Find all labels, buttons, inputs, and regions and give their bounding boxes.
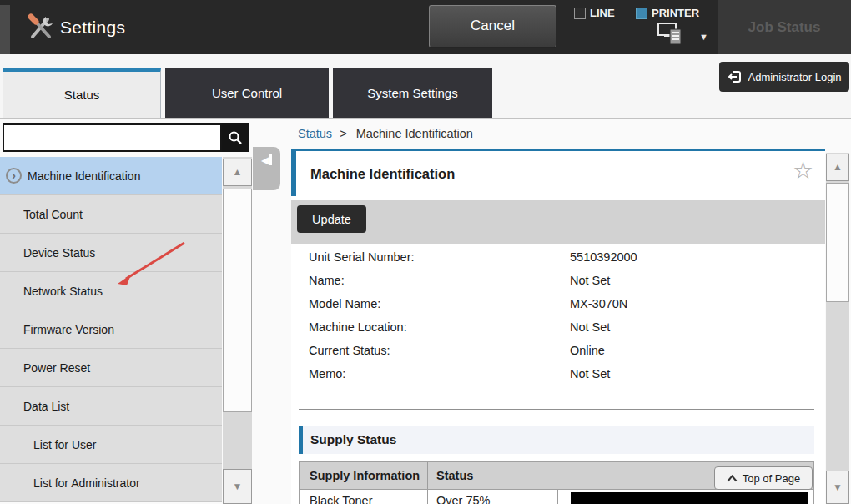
field-label: Memo:: [309, 362, 345, 386]
tab-status[interactable]: Status: [3, 68, 161, 118]
sidebar-item-label: List for User: [33, 438, 96, 451]
accent-bar: [299, 426, 303, 454]
job-status-button[interactable]: Job Status: [718, 0, 851, 54]
supply-name: Black Toner: [310, 494, 373, 504]
search-input[interactable]: [3, 123, 222, 152]
sidebar-item-total-count[interactable]: Total Count: [0, 195, 222, 234]
page-title: Machine Identification: [310, 151, 455, 196]
field-model-name: Model Name: MX-3070N: [291, 292, 825, 315]
field-value: Not Set: [570, 315, 610, 339]
sidebar-item-label: Device Status: [23, 246, 95, 260]
sidebar-item-label: Machine Identification: [28, 169, 140, 183]
printer-monitor-icon[interactable]: [656, 22, 686, 47]
field-value: Online: [570, 339, 605, 362]
tab-user-control[interactable]: User Control: [165, 68, 329, 118]
breadcrumb-parent-link[interactable]: Status: [298, 127, 332, 140]
update-button[interactable]: Update: [297, 205, 366, 233]
column-divider: [427, 490, 428, 504]
sidebar-item-device-status[interactable]: Device Status: [0, 234, 222, 272]
top-of-page-label: Top of Page: [743, 472, 800, 485]
administrator-login-label: Administrator Login: [748, 71, 842, 83]
sidebar-item-network-status[interactable]: Network Status: [0, 272, 222, 310]
field-unit-serial-number: Unit Serial Number: 5510392000: [291, 245, 825, 269]
field-current-status: Current Status: Online: [291, 339, 825, 362]
supply-status-value: Over 75%: [436, 494, 490, 504]
section-header: Machine Identification ☆: [291, 149, 825, 196]
login-icon: [728, 69, 743, 84]
sidebar-item-power-reset[interactable]: Power Reset: [0, 349, 222, 387]
sidebar-item-list-for-user[interactable]: List for User: [0, 426, 222, 464]
supply-table-row: Black Toner Over 75%: [299, 490, 814, 504]
chevron-circle-icon: ›: [6, 168, 22, 184]
topbar-edge-strip: [0, 5, 10, 54]
sidebar-item-list-for-administrator[interactable]: List for Administrator: [0, 464, 222, 502]
update-toolbar: Update: [291, 200, 825, 244]
sidebar-item-label: Firmware Version: [23, 323, 114, 336]
field-label: Model Name:: [309, 292, 380, 315]
collapse-arrow-icon: ◀: [261, 154, 269, 190]
search-button[interactable]: [222, 123, 249, 152]
field-machine-location: Machine Location: Not Set: [291, 315, 825, 339]
field-value: Not Set: [570, 362, 610, 386]
breadcrumb-current: Machine Identification: [356, 127, 473, 140]
sidebar-item-label: Data List: [23, 400, 69, 413]
field-label: Machine Location:: [309, 315, 407, 339]
sidebar-item-label: List for Administrator: [33, 476, 140, 490]
sidebar-item-data-list[interactable]: Data List: [0, 387, 222, 426]
section-divider: [299, 409, 814, 410]
top-of-page-button[interactable]: Top of Page: [714, 466, 813, 490]
sidebar-scroll-up-button[interactable]: ▲: [223, 159, 252, 186]
tab-bar: Status User Control System Settings Admi…: [0, 54, 851, 119]
column-divider: [427, 462, 428, 489]
sidebar-item-label: Network Status: [23, 285, 103, 298]
sidebar-item-label: Total Count: [23, 208, 83, 221]
field-name: Name: Not Set: [291, 269, 825, 292]
field-label: Unit Serial Number:: [309, 245, 415, 269]
printer-indicator: [636, 8, 647, 19]
favorite-star-icon[interactable]: ☆: [793, 157, 813, 184]
printer-dropdown-arrow-icon[interactable]: ▼: [699, 32, 708, 42]
field-value: MX-3070N: [570, 292, 627, 315]
tab-system-settings[interactable]: System Settings: [333, 68, 492, 118]
settings-screen: Settings Cancel LINE PRINTER ▼ Job Statu…: [0, 0, 851, 504]
collapse-bar-icon: [269, 154, 272, 165]
sidebar-item-machine-identification[interactable]: › Machine Identification: [0, 157, 222, 195]
search-icon: [227, 129, 244, 146]
sidebar-collapse-handle[interactable]: ◀: [253, 147, 280, 190]
supply-status-title: Supply Status: [310, 426, 396, 454]
field-value: 5510392000: [570, 245, 637, 269]
supply-status-header: Supply Status: [299, 426, 814, 454]
field-value: Not Set: [570, 269, 610, 292]
line-indicator-label: LINE: [590, 7, 615, 19]
column-header-status: Status: [436, 462, 473, 489]
sidebar-scroll-down-button[interactable]: ▼: [223, 469, 252, 504]
breadcrumb-separator: >: [340, 127, 346, 140]
main-panel: Machine Identification ☆ Update Unit Ser…: [291, 149, 825, 504]
field-memo: Memo: Not Set: [291, 362, 825, 386]
black-toner-level-bar: [571, 492, 808, 504]
printer-indicator-label: PRINTER: [652, 7, 699, 19]
sidebar-item-label: Power Reset: [23, 361, 90, 375]
cancel-button[interactable]: Cancel: [429, 5, 556, 48]
field-label: Current Status:: [309, 339, 390, 362]
caret-up-icon: [727, 475, 738, 482]
administrator-login-button[interactable]: Administrator Login: [719, 62, 849, 92]
main-scroll-up-button[interactable]: ▲: [826, 154, 849, 181]
main-scrollbar-thumb[interactable]: [826, 183, 849, 302]
line-indicator: [574, 8, 586, 19]
column-header-supply-information: Supply Information: [310, 462, 420, 489]
field-label: Name:: [309, 269, 345, 292]
main-scroll-down-button[interactable]: ▼: [826, 471, 849, 504]
sidebar-item-firmware-version[interactable]: Firmware Version: [0, 310, 222, 349]
wrench-screwdriver-icon: [26, 12, 56, 43]
column-divider: [557, 490, 558, 504]
app-title: Settings: [60, 0, 125, 54]
sidebar-scrollbar-thumb[interactable]: [223, 189, 252, 412]
breadcrumb: Status > Machine Identification: [298, 127, 473, 140]
top-bar: Settings Cancel LINE PRINTER ▼ Job Statu…: [0, 0, 851, 54]
